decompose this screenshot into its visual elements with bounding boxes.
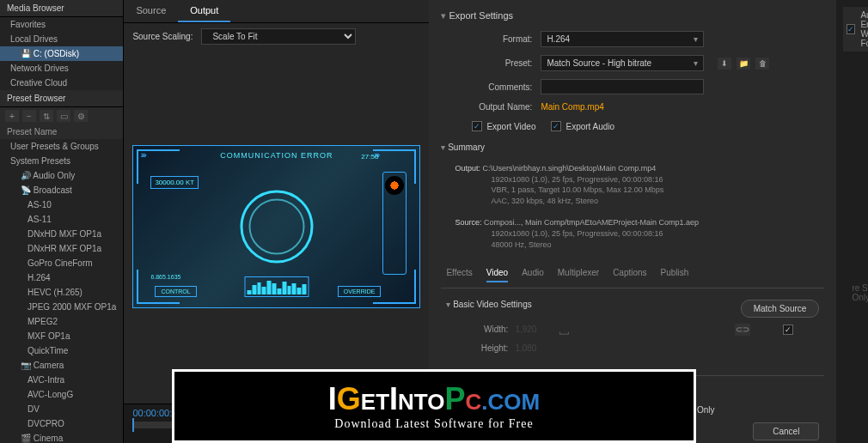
save-preset-icon[interactable]: ⬇ [718, 58, 731, 70]
folder-preset-icon[interactable]: ▭ [57, 110, 70, 122]
auto-encode-checkbox[interactable] [847, 24, 855, 34]
height-label: Height: [472, 343, 508, 353]
settings-tabs: Effects Video Audio Multiplexer Captions… [441, 263, 824, 288]
tab-source[interactable]: Source [124, 0, 178, 22]
watermark-title: IGETINTOPC.COM [328, 381, 540, 417]
checkbox-icon [472, 121, 482, 131]
export-settings-title[interactable]: Export Settings [441, 7, 824, 25]
basic-video-title[interactable]: Basic Video Settings [446, 300, 531, 309]
hud-title: COMMUNICATION ERROR [220, 151, 333, 160]
format-label: Format: [472, 34, 532, 44]
output-name-link[interactable]: Main Comp.mp4 [541, 102, 603, 112]
preset-item[interactable]: DVCPRO [0, 416, 123, 431]
preset-item[interactable]: DNxHD MXF OP1a [0, 227, 123, 241]
tab-output[interactable]: Output [178, 0, 230, 22]
preset-item[interactable]: MXF OP1a [0, 329, 123, 343]
summary-output: Output: C:\Users\nirbhay.n.singh\Desktop… [441, 160, 824, 209]
renderer-label: re Software Only [852, 283, 868, 302]
creative-cloud-node[interactable]: Creative Cloud [0, 76, 123, 90]
hud-bars-icon [244, 276, 309, 297]
preset-row: Preset: Match Source - High bitrate ⬇ 📁 … [441, 53, 824, 73]
user-presets-node[interactable]: User Presets & Groups [0, 139, 123, 154]
c-drive-label: C: (OSDisk) [34, 49, 79, 58]
width-row: Width: 1,920 ⎵ ⊂⊃ [472, 318, 793, 341]
favorites-node[interactable]: Favorites [0, 17, 123, 32]
preset-item[interactable]: DV [0, 402, 123, 416]
queue-header: Auto-Encode Watch Fold... ■ ▶ [843, 7, 868, 52]
output-name-row: Output Name: Main Comp.mp4 [441, 100, 824, 113]
width-value[interactable]: 1,920 [515, 325, 549, 334]
preview-area: ›››› ›››› COMMUNICATION ERROR 27:50 3000… [124, 50, 429, 404]
tab-publish[interactable]: Publish [661, 268, 689, 282]
comments-row: Comments: [441, 77, 824, 96]
sync-preset-icon[interactable]: ⇅ [40, 110, 53, 122]
width-label: Width: [472, 325, 508, 334]
queue-panel: Auto-Encode Watch Fold... ■ ▶ re Softwar… [836, 0, 868, 443]
preset-item[interactable]: GoPro CineForm [0, 256, 123, 270]
auto-encode-label: Auto-Encode Watch Fold... [860, 10, 868, 48]
hud-readout: 30000.00 KT [150, 176, 199, 189]
add-preset-icon[interactable]: + [5, 110, 19, 122]
tab-captions[interactable]: Captions [613, 268, 646, 282]
tab-audio[interactable]: Audio [522, 268, 544, 282]
broadcast-node[interactable]: 📡 Broadcast [0, 183, 123, 197]
media-browser-header[interactable]: Media Browser [0, 0, 123, 17]
watermark-overlay: IGETINTOPC.COM Download Latest Software … [172, 369, 696, 443]
link-icon[interactable]: ⎵ [559, 320, 569, 338]
preset-browser: Preset Browser + − ⇅ ▭ ⚙ Preset Name Use… [0, 90, 123, 443]
left-sidebar: Media Browser Favorites Local Drives 💾 C… [0, 0, 124, 443]
c-drive-node[interactable]: 💾 C: (OSDisk) [0, 46, 123, 61]
match-source-button[interactable]: Match Source [741, 300, 820, 318]
network-drives-node[interactable]: Network Drives [0, 61, 123, 76]
hud-ring-icon [248, 199, 304, 255]
remove-preset-icon[interactable]: − [22, 110, 36, 122]
comments-input[interactable] [541, 79, 704, 94]
summary-title[interactable]: Summary [441, 139, 824, 155]
delete-preset-icon[interactable]: 🗑 [755, 58, 769, 70]
queue-body: re Software Only [843, 52, 868, 311]
preset-dropdown[interactable]: Match Source - High bitrate [541, 55, 704, 71]
system-presets-node[interactable]: System Presets [0, 154, 123, 168]
preset-item[interactable]: DNxHR MXF OP1a [0, 241, 123, 256]
chain-icon[interactable]: ⊂⊃ [735, 324, 750, 336]
export-av-row: Export Video Export Audio [441, 118, 824, 135]
height-value[interactable]: 1,080 [515, 343, 549, 353]
tab-effects[interactable]: Effects [446, 268, 472, 282]
watermark-subtitle: Download Latest Software for Free [334, 417, 533, 431]
tab-video[interactable]: Video [486, 268, 508, 282]
format-row: Format: H.264 [441, 29, 824, 49]
import-preset-icon[interactable]: 📁 [737, 58, 750, 70]
scaling-label: Source Scaling: [132, 32, 193, 41]
preview-canvas: ›››› ›››› COMMUNICATION ERROR 27:50 3000… [132, 145, 420, 308]
preset-item[interactable]: QuickTime [0, 343, 123, 358]
preset-item[interactable]: JPEG 2000 MXF OP1a [0, 300, 123, 314]
export-audio-checkbox[interactable]: Export Audio [551, 121, 614, 131]
format-dropdown[interactable]: H.264 [541, 31, 704, 47]
cancel-button[interactable]: Cancel [753, 422, 819, 440]
preset-item[interactable]: H.264 [0, 270, 123, 285]
comments-label: Comments: [472, 82, 532, 92]
preset-item[interactable]: MPEG2 [0, 314, 123, 329]
summary-source-label: Source: [455, 218, 481, 227]
preset-toolbar: + − ⇅ ▭ ⚙ [0, 107, 123, 124]
scaling-dropdown[interactable]: Scale To Fit [201, 28, 356, 45]
settings-preset-icon[interactable]: ⚙ [74, 110, 88, 122]
height-row: Height: 1,080 [472, 341, 793, 355]
preset-item[interactable]: HEVC (H.265) [0, 285, 123, 300]
export-video-checkbox[interactable]: Export Video [472, 121, 535, 131]
cinema-node[interactable]: 🎬 Cinema [0, 431, 123, 443]
match-width-checkbox[interactable] [783, 325, 793, 335]
preset-label: Preset: [472, 58, 532, 68]
scaling-row: Source Scaling: Scale To Fit [124, 23, 429, 50]
local-drives-node[interactable]: Local Drives [0, 32, 123, 46]
preset-item[interactable]: AS-11 [0, 212, 123, 227]
camera-node[interactable]: 📷 Camera [0, 358, 123, 373]
preset-name-col: Preset Name [0, 124, 123, 139]
preset-item[interactable]: AVC-Intra [0, 373, 123, 387]
hud-code: 6.865.1635 [150, 274, 180, 280]
audio-only-node[interactable]: 🔊 Audio Only [0, 168, 123, 183]
tab-multiplexer[interactable]: Multiplexer [558, 268, 599, 282]
preset-browser-header[interactable]: Preset Browser [0, 90, 123, 107]
preset-item[interactable]: AS-10 [0, 197, 123, 212]
preset-item[interactable]: AVC-LongG [0, 387, 123, 402]
